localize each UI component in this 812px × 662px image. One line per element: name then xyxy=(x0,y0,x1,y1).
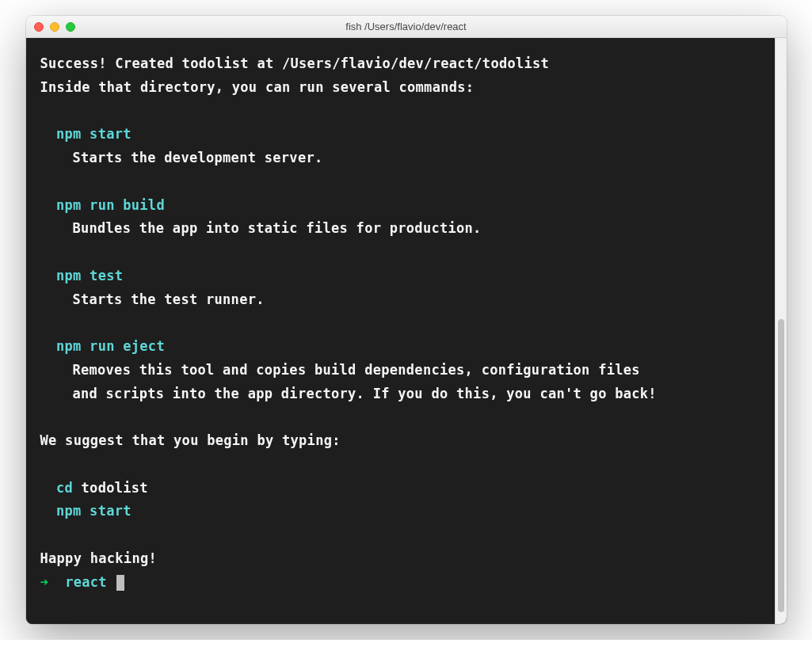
command-name: npm test xyxy=(40,264,764,288)
command-desc: Bundles the app into static files for pr… xyxy=(40,217,764,241)
command-name: npm start xyxy=(40,123,764,146)
terminal-output[interactable]: Success! Created todolist at /Users/flav… xyxy=(26,38,775,624)
command-desc: and scripts into the app directory. If y… xyxy=(40,382,764,406)
prompt-cwd: react xyxy=(65,574,107,590)
command-desc: Starts the test runner. xyxy=(40,288,764,312)
terminal-window: fish /Users/flavio/dev/react Success! Cr… xyxy=(26,16,787,624)
output-line: We suggest that you begin by typing: xyxy=(40,429,764,453)
traffic-lights xyxy=(34,22,75,32)
blank-line xyxy=(40,453,764,477)
output-line: Inside that directory, you can run sever… xyxy=(40,76,764,100)
terminal-wrapper: Success! Created todolist at /Users/flav… xyxy=(26,38,787,624)
scrollbar[interactable] xyxy=(775,38,787,624)
cd-keyword: cd xyxy=(56,480,73,496)
output-line: Happy hacking! xyxy=(40,547,764,571)
prompt-line[interactable]: ➜ react xyxy=(40,571,764,595)
blank-line xyxy=(40,241,764,264)
prompt-arrow-icon: ➜ xyxy=(40,574,49,590)
maximize-icon[interactable] xyxy=(66,22,75,32)
blank-line xyxy=(40,311,764,335)
minimize-icon[interactable] xyxy=(50,22,59,32)
cd-command: cd todolist xyxy=(40,477,764,500)
window-title: fish /Users/flavio/dev/react xyxy=(34,21,779,32)
close-icon[interactable] xyxy=(34,22,44,32)
command-desc: Starts the development server. xyxy=(40,146,764,170)
scrollbar-thumb[interactable] xyxy=(778,319,784,612)
titlebar[interactable]: fish /Users/flavio/dev/react xyxy=(26,16,787,38)
command-name: npm run eject xyxy=(40,335,764,359)
start-command: npm start xyxy=(40,500,764,523)
command-desc: Removes this tool and copies build depen… xyxy=(40,359,764,382)
blank-line xyxy=(40,170,764,194)
command-name: npm run build xyxy=(40,194,764,218)
blank-line xyxy=(40,523,764,547)
cursor-icon xyxy=(116,575,124,591)
output-line: Success! Created todolist at /Users/flav… xyxy=(40,52,764,76)
cd-arg: todolist xyxy=(73,480,148,496)
blank-line xyxy=(40,100,764,124)
blank-line xyxy=(40,405,764,429)
